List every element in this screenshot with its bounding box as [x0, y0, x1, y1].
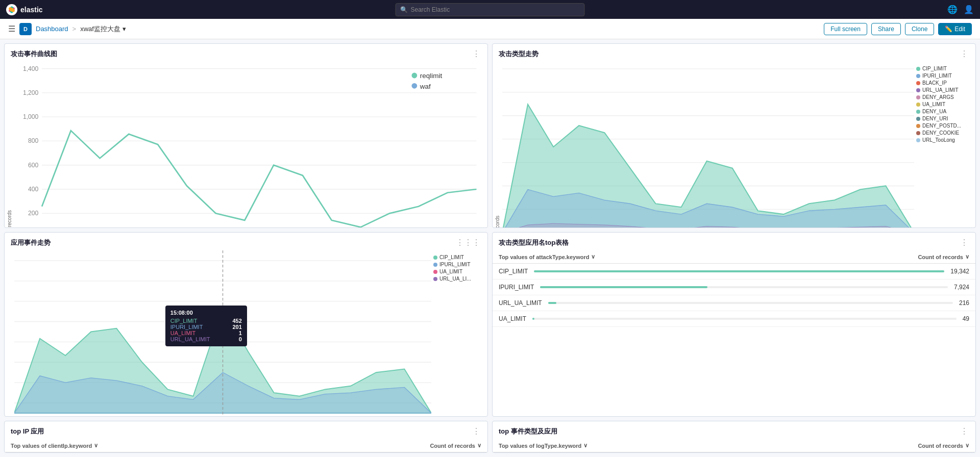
panel6-title: top 事件类型及应用	[499, 427, 557, 436]
row3-value: 216	[959, 299, 969, 307]
panel5-title: top IP 应用	[11, 427, 44, 436]
menu-icon[interactable]: ☰	[8, 24, 15, 34]
svg-text:600: 600	[28, 162, 39, 169]
panel2-y-label: Count of records	[493, 62, 502, 227]
tooltip-row-1: CIP_LIMIT 452	[170, 318, 242, 324]
panel3-svg-container: 1,400 1,200 1,100 900 700 500 300 100 0	[14, 250, 431, 416]
row4-label: UA_LIMIT	[499, 315, 526, 322]
breadcrumb-actions: Full screen Share Clone ✏️ Edit	[824, 23, 972, 35]
elastic-text: elastic	[20, 6, 43, 14]
panel4-col2-header[interactable]: Count of records ∨	[918, 253, 969, 260]
row2-bar	[540, 286, 707, 288]
row4-bar-container	[532, 318, 957, 320]
row2-bar-container	[540, 286, 948, 288]
row3-label: URL_UA_LIMIT	[499, 299, 542, 307]
panel4-menu[interactable]: ⋮	[959, 237, 969, 248]
svg-text:waf: waf	[420, 83, 431, 90]
panel5-col1-header[interactable]: Top values of clientIp.keyword ∨	[11, 442, 98, 449]
table-row: IPURI_LIMIT 7,924	[493, 280, 975, 295]
panel4-col1-header[interactable]: Top values of attackType.keyword ∨	[499, 253, 595, 260]
svg-text:800: 800	[28, 137, 39, 144]
svg-text:1,200: 1,200	[23, 89, 39, 96]
search-icon: 🔍	[400, 6, 408, 13]
search-placeholder: Search Elastic	[411, 6, 450, 13]
top-event-type-panel: top 事件类型及应用 ⋮ Top values of logType.keyw…	[492, 421, 976, 453]
row1-value: 19,342	[950, 268, 969, 275]
panel4-col-headers: Top values of attackType.keyword ∨ Count…	[493, 250, 975, 264]
panel3-title: 应用事件走势	[11, 238, 51, 247]
panel3-legend: CIP_LIMIT IPURL_LIMIT UA_LIMIT URL_UA_LI…	[431, 250, 487, 416]
panel3-chart-area: count() 1,400 1,200	[5, 250, 487, 416]
panel5-menu[interactable]: ⋮	[471, 425, 481, 437]
tooltip-row-4: URL_UA_LIMIT 0	[170, 336, 242, 342]
panel2-header: 攻击类型走势 ⋮	[493, 44, 975, 62]
panel6-col2-header[interactable]: Count of records ∨	[918, 442, 969, 449]
avatar: D	[19, 23, 32, 35]
panel6-menu[interactable]: ⋮	[959, 425, 969, 437]
sort-icon: ∨	[591, 253, 595, 260]
panel3-menu[interactable]: ⋮⋮⋮	[455, 237, 481, 248]
svg-text:200: 200	[28, 210, 39, 217]
panel1-menu[interactable]: ⋮	[471, 48, 481, 60]
elastic-logo: elastic	[6, 4, 43, 15]
panel2-title: 攻击类型走势	[499, 49, 538, 59]
top-navigation: elastic 🔍 Search Elastic 🌐 👤	[0, 0, 980, 19]
panel2-svg: 1,300 1,100 900 700 500 300 100	[502, 62, 914, 227]
panel1-y-label: Count of records	[5, 62, 14, 228]
clone-button[interactable]: Clone	[905, 23, 934, 35]
svg-text:reqlimit: reqlimit	[420, 72, 443, 80]
panel1-chart: Count of records 1,400 1,200 1,000 800	[5, 62, 487, 228]
panel5-col-headers: Top values of clientIp.keyword ∨ Count o…	[5, 439, 487, 452]
tooltip-row-3: UA_LIMIT 1	[170, 330, 242, 336]
panel6-col1-header[interactable]: Top values of logType.keyword ∨	[499, 442, 587, 449]
sort-icon-3: ∨	[94, 442, 98, 449]
svg-text:1,400: 1,400	[23, 65, 39, 72]
panel4-header: 攻击类型应用名top表格 ⋮	[493, 233, 975, 250]
sort-icon-5: ∨	[583, 442, 587, 449]
row2-value: 7,924	[954, 284, 969, 291]
row3-bar	[548, 302, 556, 304]
row1-bar-container	[534, 270, 944, 272]
dashboard: 攻击事件曲线图 ⋮ Count of records 1,400	[0, 39, 980, 457]
breadcrumb-current-page: xwaf监控大盘 ▾	[80, 24, 126, 34]
panel4-rows: CIP_LIMIT 19,342 IPURI_LIMIT 7,924 URL_U…	[493, 264, 975, 327]
sort-icon-2: ∨	[965, 253, 969, 260]
panel5-col2-header[interactable]: Count of records ∨	[430, 442, 481, 449]
table-row: URL_UA_LIMIT 216	[493, 295, 975, 311]
nav-icons: 🌐 👤	[947, 5, 974, 14]
table-row: CIP_LIMIT 19,342	[493, 264, 975, 280]
row4-bar	[532, 318, 534, 320]
app-events-panel: 应用事件走势 ⋮⋮⋮ count()	[4, 232, 488, 417]
row3-bar-container	[548, 302, 953, 304]
panel3-header: 应用事件走势 ⋮⋮⋮	[5, 233, 487, 250]
breadcrumb-separator: >	[72, 25, 77, 33]
svg-point-22	[411, 83, 417, 89]
row1-bar	[534, 270, 944, 272]
globe-icon[interactable]: 🌐	[947, 5, 958, 14]
share-button[interactable]: Share	[871, 23, 901, 35]
panel4-title: 攻击类型应用名top表格	[499, 238, 569, 247]
panel1-header: 攻击事件曲线图 ⋮	[5, 44, 487, 62]
user-icon[interactable]: 👤	[964, 5, 974, 14]
breadcrumb-bar: ☰ D Dashboard > xwaf监控大盘 ▾ Full screen S…	[0, 19, 980, 39]
panel2-chart-area: Count of records 1,300 1,100 900 700	[493, 62, 975, 227]
row2-label: IPURI_LIMIT	[499, 284, 534, 291]
tooltip-time: 15:08:00	[170, 310, 242, 316]
panel1-svg: 1,400 1,200 1,000 800 600 400 200 0 reql…	[14, 62, 483, 228]
breadcrumb-dashboard-link[interactable]: Dashboard	[36, 25, 68, 33]
panel5-header: top IP 应用 ⋮	[5, 421, 487, 439]
table-row: UA_LIMIT 49	[493, 311, 975, 327]
elastic-logo-icon	[6, 4, 17, 15]
svg-text:1,000: 1,000	[23, 113, 39, 120]
sort-icon-6: ∨	[965, 442, 969, 449]
panel2-menu[interactable]: ⋮	[959, 48, 969, 60]
row1-label: CIP_LIMIT	[499, 268, 528, 275]
attack-events-panel: 攻击事件曲线图 ⋮ Count of records 1,400	[4, 43, 488, 228]
edit-button[interactable]: ✏️ Edit	[938, 23, 972, 35]
panel6-header: top 事件类型及应用 ⋮	[493, 421, 975, 439]
fullscreen-button[interactable]: Full screen	[824, 23, 867, 35]
edit-icon: ✏️	[945, 26, 952, 33]
chevron-down-icon[interactable]: ▾	[122, 25, 126, 33]
search-bar[interactable]: 🔍 Search Elastic	[396, 3, 585, 16]
attack-type-panel: 攻击类型走势 ⋮ Count of records 1,300	[492, 43, 976, 228]
